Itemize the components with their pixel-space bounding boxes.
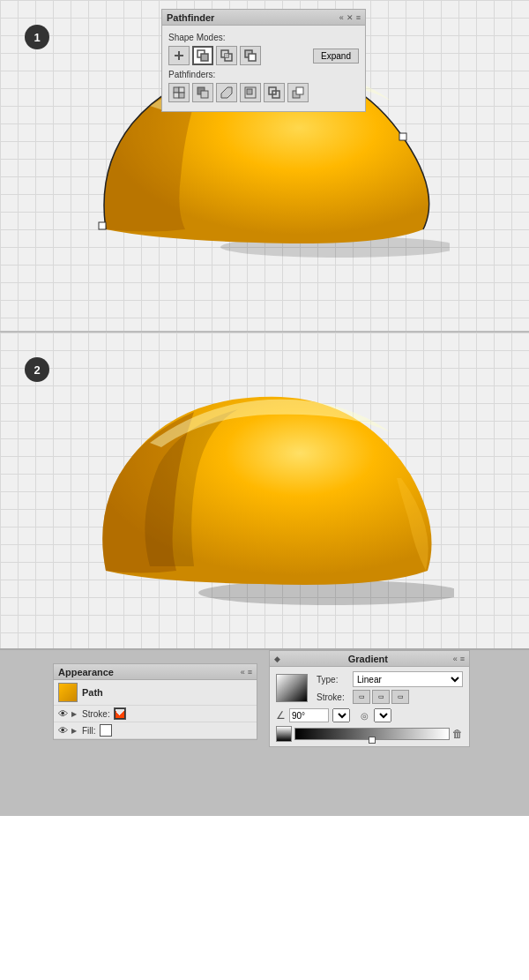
svg-rect-15 bbox=[179, 87, 184, 93]
gradient-bar-row: 🗑 bbox=[276, 726, 463, 742]
angle-input[interactable] bbox=[289, 708, 329, 722]
gradient-handle[interactable] bbox=[369, 737, 376, 744]
intersect-mode-btn[interactable] bbox=[192, 46, 213, 65]
svg-rect-11 bbox=[225, 54, 228, 57]
pathfinders-row bbox=[168, 83, 359, 102]
crop-btn[interactable] bbox=[240, 83, 261, 102]
svg-rect-13 bbox=[249, 54, 256, 61]
angle-icon: ∠ bbox=[276, 709, 286, 722]
panel-menu-icon[interactable]: ≡ bbox=[356, 13, 361, 22]
appearance-titlebar: Appearance « ≡ bbox=[54, 664, 257, 680]
shape-modes-label: Shape Modes: bbox=[168, 33, 359, 42]
stroke-btn-2[interactable]: ▭ bbox=[372, 690, 390, 704]
gradient-double-arrow[interactable]: « bbox=[453, 655, 458, 663]
stroke-label: Stroke: bbox=[82, 709, 110, 719]
type-label: Type: bbox=[317, 675, 350, 685]
svg-rect-1 bbox=[99, 222, 106, 229]
divide-btn[interactable] bbox=[168, 83, 190, 102]
stroke-triangle-icon[interactable]: ▶ bbox=[71, 710, 77, 718]
angle-select[interactable]: ▼ bbox=[332, 708, 350, 722]
svg-rect-25 bbox=[296, 87, 303, 94]
appearance-controls: « ≡ bbox=[241, 668, 252, 677]
panel-controls: « ✕ ≡ bbox=[339, 13, 361, 22]
svg-rect-4 bbox=[399, 133, 406, 140]
gradient-panel: ◆ Gradient « ≡ Type: Linear Radial bbox=[269, 650, 470, 747]
section1: 1 bbox=[0, 0, 529, 331]
appearance-panel: Appearance « ≡ Path 👁 ▶ Stroke: 👁 ▶ Fill… bbox=[53, 663, 257, 740]
fill-eye-icon[interactable]: 👁 bbox=[58, 725, 68, 736]
bottom-panels-area: Appearance « ≡ Path 👁 ▶ Stroke: 👁 ▶ Fill… bbox=[0, 648, 529, 816]
path-row: Path bbox=[54, 680, 257, 706]
gradient-stroke-btns: ▭ ▭ ▭ bbox=[353, 690, 409, 704]
gradient-extra-select[interactable]: ▼ bbox=[374, 708, 391, 722]
gradient-bar[interactable] bbox=[294, 728, 450, 740]
gradient-trash-icon[interactable]: 🗑 bbox=[452, 728, 463, 740]
gradient-extra-icon: ◎ bbox=[361, 711, 369, 721]
svg-rect-14 bbox=[174, 87, 179, 93]
gradient-preview-swatch bbox=[276, 674, 308, 702]
appearance-double-arrow[interactable]: « bbox=[241, 668, 245, 677]
stroke-eye-icon[interactable]: 👁 bbox=[58, 708, 68, 719]
pathfinders-label: Pathfinders: bbox=[168, 70, 359, 79]
merge-btn[interactable] bbox=[216, 83, 237, 102]
minus-back-btn[interactable] bbox=[287, 83, 309, 102]
exclude-mode-btn[interactable] bbox=[216, 46, 237, 65]
panel-close[interactable]: ✕ bbox=[346, 13, 354, 22]
svg-rect-6 bbox=[178, 51, 180, 60]
fill-swatch[interactable] bbox=[100, 724, 112, 737]
add-mode-btn[interactable] bbox=[168, 46, 190, 65]
pathfinder-titlebar: Pathfinder « ✕ ≡ bbox=[162, 10, 365, 26]
path-label: Path bbox=[82, 687, 103, 698]
trim-btn[interactable] bbox=[192, 83, 213, 102]
appearance-title: Appearance bbox=[58, 667, 114, 677]
stroke-btn-3[interactable]: ▭ bbox=[391, 690, 409, 704]
gradient-title: Gradient bbox=[348, 654, 388, 664]
section2: 2 bbox=[0, 331, 529, 648]
gradient-titlebar: ◆ Gradient « ≡ bbox=[270, 651, 469, 667]
pathfinder-title: Pathfinder bbox=[167, 12, 214, 23]
gradient-controls: « ≡ bbox=[453, 655, 465, 663]
svg-rect-16 bbox=[174, 93, 179, 98]
fill-triangle-icon[interactable]: ▶ bbox=[71, 727, 77, 735]
outline-btn[interactable] bbox=[264, 83, 285, 102]
stroke-row: 👁 ▶ Stroke: bbox=[54, 706, 257, 722]
gradient-diamond-icon: ◆ bbox=[274, 655, 280, 663]
gradient-opacity-stop[interactable] bbox=[276, 726, 292, 742]
fill-row: 👁 ▶ Fill: bbox=[54, 722, 257, 739]
pathfinder-panel: Pathfinder « ✕ ≡ Shape Modes: bbox=[161, 9, 366, 112]
shape-svg-2 bbox=[66, 381, 454, 610]
shape-area-2 bbox=[66, 381, 454, 610]
svg-rect-8 bbox=[201, 54, 208, 61]
gradient-angle-row: ∠ ▼ ◎ ▼ bbox=[276, 708, 463, 722]
expand-button[interactable]: Expand bbox=[313, 49, 359, 64]
step-badge-2: 2 bbox=[25, 357, 49, 382]
gradient-type-row: Type: Linear Radial Stroke: ▭ ▭ ▭ bbox=[276, 671, 463, 704]
gradient-menu-icon[interactable]: ≡ bbox=[460, 655, 465, 663]
gradient-type-select[interactable]: Linear Radial bbox=[353, 671, 463, 687]
shape-modes-row: Expand bbox=[168, 46, 359, 65]
fill-label: Fill: bbox=[82, 726, 96, 736]
step-badge-1: 1 bbox=[25, 25, 49, 49]
svg-rect-21 bbox=[247, 89, 252, 94]
pathfinder-body: Shape Modes: bbox=[162, 26, 365, 111]
gradient-body: Type: Linear Radial Stroke: ▭ ▭ ▭ bbox=[270, 667, 469, 746]
stroke-btn-1[interactable]: ▭ bbox=[353, 690, 370, 704]
stroke-swatch[interactable] bbox=[114, 707, 126, 720]
panel-double-arrow[interactable]: « bbox=[339, 13, 344, 22]
path-thumbnail bbox=[58, 683, 78, 702]
stroke-label-g: Stroke: bbox=[317, 692, 350, 702]
svg-rect-17 bbox=[179, 93, 184, 98]
svg-rect-19 bbox=[201, 91, 208, 98]
subtract-mode-btn[interactable] bbox=[240, 46, 261, 65]
appearance-menu-icon[interactable]: ≡ bbox=[248, 668, 252, 677]
